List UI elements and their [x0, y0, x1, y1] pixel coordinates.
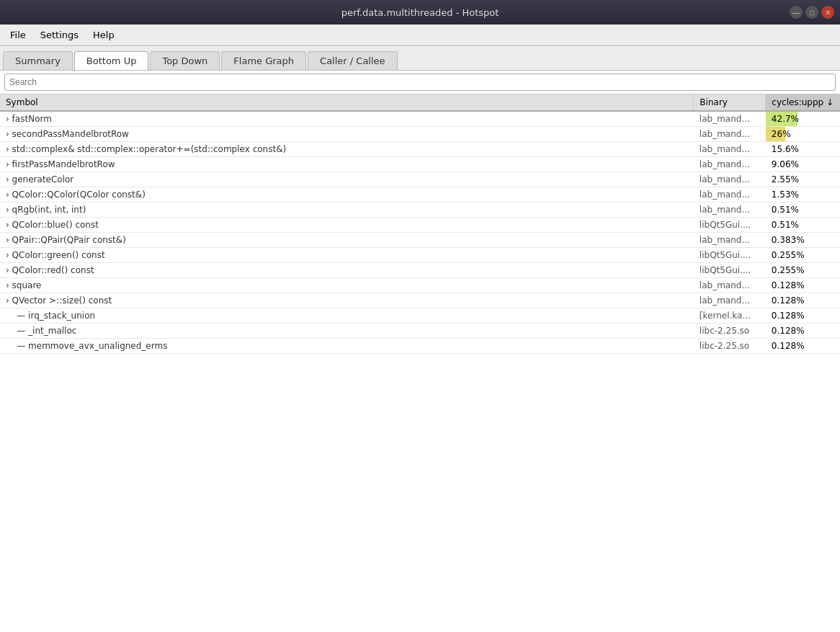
close-button[interactable]: ✕	[821, 6, 834, 19]
symbol-cell: › firstPassMandelbrotRow	[0, 157, 694, 172]
tabbar: Summary Bottom Up Top Down Flame Graph C…	[0, 46, 840, 71]
binary-cell: lab_mand...	[694, 127, 766, 142]
table-row: › secondPassMandelbrotRowlab_mand...26%	[0, 127, 840, 142]
titlebar: perf.data.multithreaded - Hotspot — □ ✕	[0, 0, 840, 25]
menu-file[interactable]: File	[3, 27, 33, 43]
cycles-cell: 26%	[766, 127, 840, 142]
tab-bottomup[interactable]: Bottom Up	[74, 51, 149, 70]
symbol-cell: — irq_stack_union	[0, 308, 694, 324]
tab-topdown[interactable]: Top Down	[150, 51, 220, 70]
symbol-cell: › QVector >::size() const	[0, 293, 694, 308]
symbol-cell: › secondPassMandelbrotRow	[0, 127, 694, 142]
cycles-cell: 1.53%	[766, 187, 840, 202]
binary-cell: lab_mand...	[694, 187, 766, 202]
binary-cell: lab_mand...	[694, 142, 766, 157]
table-row: › QColor::red() constlibQt5Gui....0.255%	[0, 263, 840, 278]
table-row: › qRgb(int, int, int)lab_mand...0.51%	[0, 202, 840, 218]
table-row: › QColor::blue() constlibQt5Gui....0.51%	[0, 218, 840, 233]
table-row: › squarelab_mand...0.128%	[0, 278, 840, 293]
binary-cell: lab_mand...	[694, 172, 766, 187]
symbol-cell: › QPair::QPair(QPair const&)	[0, 233, 694, 248]
symbol-table-container[interactable]: Symbol Binary cycles:uppp › fastNormlab_…	[0, 94, 840, 632]
window-title: perf.data.multithreaded - Hotspot	[341, 7, 499, 18]
cycles-cell: 0.128%	[766, 278, 840, 293]
binary-cell: libQt5Gui....	[694, 248, 766, 263]
table-row: › fastNormlab_mand...42.7%	[0, 111, 840, 127]
col-symbol[interactable]: Symbol	[0, 94, 694, 111]
tab-callercallee[interactable]: Caller / Callee	[308, 51, 398, 70]
cycles-cell: 0.128%	[766, 339, 840, 354]
symbol-cell: — memmove_avx_unaligned_erms	[0, 339, 694, 354]
table-row: › generateColorlab_mand...2.55%	[0, 172, 840, 187]
maximize-button[interactable]: □	[805, 6, 818, 19]
cycles-cell: 42.7%	[766, 111, 840, 127]
binary-cell: lab_mand...	[694, 278, 766, 293]
symbol-cell: — _int_malloc	[0, 324, 694, 339]
menu-settings[interactable]: Settings	[33, 27, 86, 43]
cycles-cell: 0.255%	[766, 263, 840, 278]
table-row: › QColor::QColor(QColor const&)lab_mand.…	[0, 187, 840, 202]
binary-cell: libQt5Gui....	[694, 263, 766, 278]
binary-cell: [kernel.ka...	[694, 308, 766, 324]
symbol-cell: › QColor::green() const	[0, 248, 694, 263]
symbol-cell: › generateColor	[0, 172, 694, 187]
minimize-button[interactable]: —	[790, 6, 803, 19]
binary-cell: libQt5Gui....	[694, 218, 766, 233]
symbol-cell: › QColor::blue() const	[0, 218, 694, 233]
cycles-cell: 0.128%	[766, 293, 840, 308]
cycles-cell: 0.51%	[766, 202, 840, 218]
tab-flamegraph[interactable]: Flame Graph	[221, 51, 306, 70]
symbol-table: Symbol Binary cycles:uppp › fastNormlab_…	[0, 94, 840, 354]
symbol-cell: › std::complex& std::complex::operator+=…	[0, 142, 694, 157]
table-row: › QVector >::size() constlab_mand...0.12…	[0, 293, 840, 308]
window-controls: — □ ✕	[790, 6, 834, 19]
col-cycles[interactable]: cycles:uppp	[766, 94, 840, 111]
symbol-cell: › QColor::red() const	[0, 263, 694, 278]
table-row: — _int_malloclibc-2.25.so0.128%	[0, 324, 840, 339]
cycles-cell: 0.383%	[766, 233, 840, 248]
col-binary[interactable]: Binary	[694, 94, 766, 111]
main-area: Symbol Binary cycles:uppp › fastNormlab_…	[0, 94, 840, 632]
binary-cell: lab_mand...	[694, 293, 766, 308]
binary-cell: lab_mand...	[694, 111, 766, 127]
binary-cell: libc-2.25.so	[694, 324, 766, 339]
binary-cell: lab_mand...	[694, 202, 766, 218]
cycles-cell: 0.51%	[766, 218, 840, 233]
menubar: File Settings Help	[0, 25, 840, 46]
table-row: › QPair::QPair(QPair const&)lab_mand...0…	[0, 233, 840, 248]
cycles-cell: 0.128%	[766, 308, 840, 324]
symbol-cell: › square	[0, 278, 694, 293]
binary-cell: lab_mand...	[694, 157, 766, 172]
table-row: › std::complex& std::complex::operator+=…	[0, 142, 840, 157]
cycles-cell: 0.128%	[766, 324, 840, 339]
symbol-cell: › fastNorm	[0, 111, 694, 127]
cycles-cell: 0.255%	[766, 248, 840, 263]
menu-help[interactable]: Help	[86, 27, 122, 43]
table-row: — memmove_avx_unaligned_ermslibc-2.25.so…	[0, 339, 840, 354]
search-input[interactable]	[4, 74, 836, 91]
table-row: › QColor::green() constlibQt5Gui....0.25…	[0, 248, 840, 263]
table-row: › firstPassMandelbrotRowlab_mand...9.06%	[0, 157, 840, 172]
table-row: — irq_stack_union[kernel.ka...0.128%	[0, 308, 840, 324]
cycles-cell: 9.06%	[766, 157, 840, 172]
cycles-cell: 2.55%	[766, 172, 840, 187]
tab-summary[interactable]: Summary	[3, 51, 73, 70]
binary-cell: lab_mand...	[694, 233, 766, 248]
binary-cell: libc-2.25.so	[694, 339, 766, 354]
cycles-cell: 15.6%	[766, 142, 840, 157]
symbol-cell: › QColor::QColor(QColor const&)	[0, 187, 694, 202]
symbol-cell: › qRgb(int, int, int)	[0, 202, 694, 218]
search-container	[0, 71, 840, 94]
